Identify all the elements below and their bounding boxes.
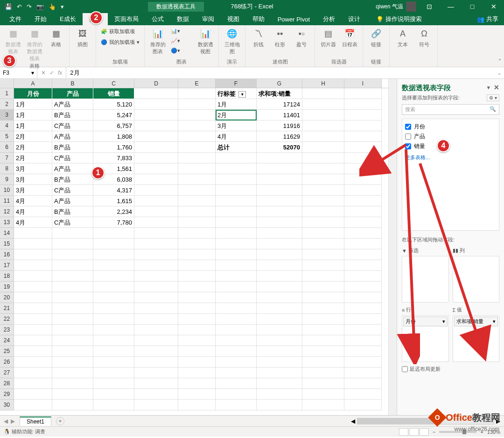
row-header[interactable]: 17: [0, 260, 14, 271]
cell[interactable]: 行标签▾: [216, 88, 257, 99]
row-header[interactable]: 7: [0, 153, 14, 163]
cell[interactable]: [178, 346, 216, 357]
cell[interactable]: 11629: [257, 131, 302, 142]
cell[interactable]: [302, 292, 344, 303]
cell[interactable]: [257, 367, 302, 378]
cell[interactable]: [178, 88, 216, 99]
cell[interactable]: 1月: [216, 99, 257, 110]
slicer-button[interactable]: ▤切片器: [319, 27, 337, 48]
cell[interactable]: [302, 228, 344, 239]
cell[interactable]: [257, 196, 302, 206]
cell[interactable]: [178, 99, 216, 110]
cell[interactable]: [134, 367, 178, 378]
cell[interactable]: [134, 153, 178, 163]
cell[interactable]: [257, 314, 302, 325]
cell[interactable]: [93, 239, 134, 249]
sparkline-winloss-button[interactable]: ▪▫盈亏: [292, 27, 311, 48]
cell[interactable]: [302, 120, 344, 131]
cell[interactable]: [344, 292, 382, 303]
cell[interactable]: [178, 314, 216, 325]
cell[interactable]: [93, 228, 134, 239]
cell[interactable]: 产品: [52, 88, 93, 99]
cell[interactable]: [178, 249, 216, 260]
cell[interactable]: C产品: [52, 120, 93, 131]
cell[interactable]: [302, 378, 344, 389]
cell[interactable]: [134, 346, 178, 357]
minimize-button[interactable]: —: [442, 0, 459, 13]
user-account[interactable]: qiwen 气温: [376, 1, 416, 12]
cell[interactable]: [14, 282, 52, 292]
cell[interactable]: [52, 282, 93, 292]
cell[interactable]: [344, 110, 382, 120]
cell[interactable]: [14, 389, 52, 400]
cell[interactable]: [257, 217, 302, 228]
cell[interactable]: [134, 88, 178, 99]
cell[interactable]: [216, 185, 257, 196]
collapse-ribbon-icon[interactable]: ˄: [498, 58, 501, 65]
field-checkbox[interactable]: [405, 143, 411, 149]
cell[interactable]: [93, 346, 134, 357]
cell[interactable]: [302, 271, 344, 282]
tab-layout[interactable]: 页面布局: [108, 13, 145, 25]
cell[interactable]: [302, 357, 344, 367]
cell[interactable]: [302, 163, 344, 174]
cell[interactable]: [178, 163, 216, 174]
cell[interactable]: [178, 303, 216, 314]
cell[interactable]: [52, 292, 93, 303]
cell[interactable]: [52, 367, 93, 378]
cell[interactable]: [93, 292, 134, 303]
row-header[interactable]: 22: [0, 314, 14, 325]
cell[interactable]: C产品: [52, 185, 93, 196]
cell[interactable]: B产品: [52, 206, 93, 217]
sparkline-column-button[interactable]: ▪▪柱形: [271, 27, 289, 48]
cell[interactable]: [344, 271, 382, 282]
chart-type-button[interactable]: 📊▾: [170, 27, 193, 35]
cell[interactable]: [344, 389, 382, 400]
cell[interactable]: [216, 346, 257, 357]
cell[interactable]: [93, 282, 134, 292]
cell[interactable]: [178, 282, 216, 292]
cell[interactable]: B产品: [52, 174, 93, 185]
cell[interactable]: [134, 335, 178, 346]
cell[interactable]: [302, 239, 344, 249]
row-header[interactable]: 5: [0, 131, 14, 142]
cell[interactable]: [344, 142, 382, 153]
cell[interactable]: [52, 325, 93, 335]
tab-home[interactable]: 开始: [28, 13, 53, 25]
cell[interactable]: [344, 325, 382, 335]
cell[interactable]: [14, 239, 52, 249]
gear-icon[interactable]: ⚙ ▾: [487, 94, 499, 101]
redo-icon[interactable]: ↷: [27, 3, 32, 10]
col-header[interactable]: I: [344, 79, 382, 88]
chart-type-button[interactable]: 📈▾: [170, 37, 193, 45]
3d-map-button[interactable]: 🌐三维地图: [223, 27, 241, 55]
row-header[interactable]: 11: [0, 196, 14, 206]
cell[interactable]: [216, 378, 257, 389]
cell[interactable]: [344, 314, 382, 325]
cell[interactable]: 2,234: [93, 206, 134, 217]
row-header[interactable]: 21: [0, 303, 14, 314]
cell[interactable]: [178, 292, 216, 303]
cell[interactable]: [216, 174, 257, 185]
page-layout-button[interactable]: [409, 428, 419, 436]
maximize-button[interactable]: □: [464, 0, 481, 13]
cell[interactable]: [257, 163, 302, 174]
cell[interactable]: 求和项:销量: [257, 88, 302, 99]
cell[interactable]: [216, 303, 257, 314]
row-header[interactable]: 16: [0, 249, 14, 260]
cell[interactable]: [14, 228, 52, 239]
cell[interactable]: [134, 239, 178, 249]
row-header[interactable]: 24: [0, 335, 14, 346]
enter-icon[interactable]: ✓: [49, 70, 54, 76]
cell[interactable]: [52, 357, 93, 367]
cell[interactable]: [344, 335, 382, 346]
cell[interactable]: [134, 217, 178, 228]
row-header[interactable]: 18: [0, 271, 14, 282]
cell[interactable]: 3月: [14, 174, 52, 185]
row-header[interactable]: 23: [0, 325, 14, 335]
cell[interactable]: [52, 271, 93, 282]
cell[interactable]: [257, 357, 302, 367]
cell[interactable]: [52, 389, 93, 400]
cell[interactable]: [216, 367, 257, 378]
tab-help[interactable]: 帮助: [246, 13, 271, 25]
